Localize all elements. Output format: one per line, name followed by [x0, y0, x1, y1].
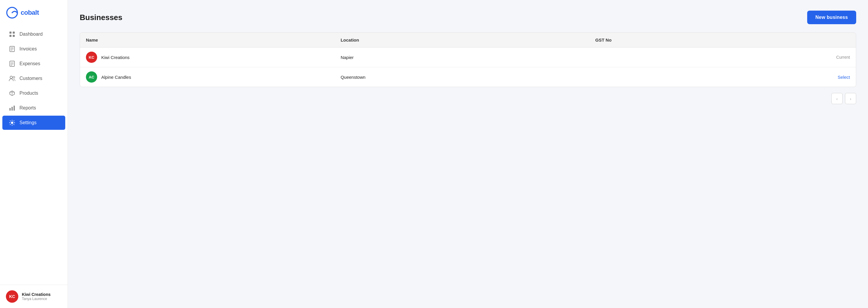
header-name: Name — [86, 37, 341, 42]
main-nav: Dashboard Invoices — [0, 24, 68, 285]
app-name: cobalt — [21, 9, 39, 16]
next-page-button[interactable]: › — [845, 93, 856, 104]
business-avatar: KC — [86, 52, 97, 63]
business-location: Queenstown — [341, 75, 595, 80]
business-name: Kiwi Creations — [101, 55, 130, 60]
page-title: Businesses — [80, 13, 123, 22]
invoices-icon — [9, 46, 16, 52]
business-location: Napier — [341, 55, 595, 60]
business-name: Alpine Candles — [101, 75, 131, 80]
header-gst: GST No — [595, 37, 850, 42]
chevron-left-icon: ‹ — [836, 96, 838, 101]
sidebar: cobalt Dashboard — [0, 0, 68, 308]
avatar: KC — [6, 290, 18, 303]
table-header: Name Location GST No — [80, 33, 856, 47]
business-gst: Current — [595, 55, 850, 60]
svg-rect-18 — [11, 107, 13, 111]
pagination: ‹ › — [80, 93, 856, 104]
select-button[interactable]: Select — [838, 75, 850, 80]
sidebar-item-label: Reports — [20, 105, 36, 111]
current-badge: Current — [836, 55, 850, 60]
svg-rect-9 — [10, 61, 14, 66]
footer-info: Kiwi Creations Tanya Laurence — [22, 292, 51, 301]
svg-rect-1 — [9, 32, 11, 34]
products-icon — [9, 90, 16, 97]
expenses-icon — [9, 61, 16, 67]
business-gst: Select — [595, 75, 850, 80]
main-content: Businesses New business Name Location GS… — [68, 0, 868, 308]
sidebar-item-label: Settings — [20, 120, 37, 125]
sidebar-item-reports[interactable]: Reports — [2, 101, 65, 115]
businesses-table: Name Location GST No KC Kiwi Creations N… — [80, 32, 856, 87]
svg-rect-2 — [13, 32, 15, 34]
footer-user-name: Tanya Laurence — [22, 297, 51, 301]
prev-page-button[interactable]: ‹ — [831, 93, 843, 104]
logo-icon — [6, 6, 18, 19]
dashboard-icon — [9, 31, 16, 37]
customers-icon — [9, 75, 16, 82]
business-name-cell: KC Kiwi Creations — [86, 52, 341, 63]
sidebar-item-settings[interactable]: Settings — [2, 116, 65, 130]
business-name-cell: AC Alpine Candles — [86, 71, 341, 82]
svg-rect-19 — [13, 106, 15, 111]
svg-point-14 — [13, 76, 15, 78]
new-business-button[interactable]: New business — [807, 11, 856, 24]
footer-business-name: Kiwi Creations — [22, 292, 51, 297]
header-location: Location — [341, 37, 595, 42]
svg-point-20 — [11, 122, 13, 124]
sidebar-item-label: Customers — [20, 76, 42, 81]
logo[interactable]: cobalt — [0, 0, 68, 24]
sidebar-item-invoices[interactable]: Invoices — [2, 42, 65, 56]
svg-point-13 — [10, 76, 12, 78]
svg-rect-17 — [9, 108, 11, 111]
chevron-right-icon: › — [850, 96, 851, 101]
sidebar-item-label: Products — [20, 91, 38, 96]
svg-rect-3 — [9, 35, 11, 37]
business-avatar: AC — [86, 71, 97, 82]
table-row: KC Kiwi Creations Napier Current — [80, 47, 856, 67]
sidebar-item-dashboard[interactable]: Dashboard — [2, 27, 65, 41]
settings-icon — [9, 119, 16, 126]
sidebar-item-expenses[interactable]: Expenses — [2, 57, 65, 71]
sidebar-item-label: Invoices — [20, 46, 37, 52]
sidebar-item-customers[interactable]: Customers — [2, 71, 65, 85]
page-header: Businesses New business — [80, 11, 856, 24]
sidebar-item-label: Dashboard — [20, 32, 42, 37]
sidebar-item-label: Expenses — [20, 61, 40, 66]
reports-icon — [9, 105, 16, 111]
sidebar-footer[interactable]: KC Kiwi Creations Tanya Laurence — [0, 285, 68, 308]
svg-rect-4 — [13, 35, 15, 37]
table-row: AC Alpine Candles Queenstown Select — [80, 67, 856, 87]
sidebar-item-products[interactable]: Products — [2, 86, 65, 100]
